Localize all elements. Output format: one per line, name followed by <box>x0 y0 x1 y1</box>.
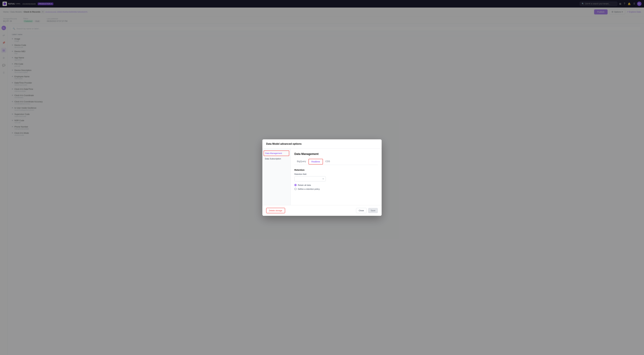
retention-radio-group: Retain all data Define a retention polic… <box>294 184 378 190</box>
data-management-label: Data Management <box>265 152 282 154</box>
radio-dot-filled <box>294 184 296 186</box>
modal-content-title: Data Management <box>294 152 378 156</box>
sidebar-item-data-management[interactable]: Data Management <box>264 150 289 156</box>
retention-title: Retention <box>294 169 378 171</box>
tab-realtime[interactable]: Realtime <box>308 159 323 164</box>
retain-all-label: Retain all data <box>298 184 311 186</box>
modal-sidebar: Data Management Data Subscription <box>262 148 290 205</box>
retention-field-label: Retention field <box>294 173 378 175</box>
define-policy-label: Define a retention policy <box>298 188 320 190</box>
chevron-down-icon: ▾ <box>323 178 324 180</box>
tab-cds[interactable]: CDS <box>323 159 333 165</box>
data-subscription-label: Data Subscription <box>265 158 281 160</box>
modal-footer: Delete storage Close Save <box>262 205 382 216</box>
save-button[interactable]: Save <box>368 208 378 213</box>
sidebar-item-data-subscription[interactable]: Data Subscription <box>262 156 290 162</box>
modal-title: Data Model advanced options <box>266 142 378 145</box>
modal: Data Model advanced options Data Managem… <box>262 139 382 216</box>
modal-tabs: BigQuery Realtime CDS <box>294 159 378 165</box>
delete-storage-button[interactable]: Delete storage <box>266 208 285 213</box>
radio-define-policy[interactable]: Define a retention policy <box>294 188 378 190</box>
close-button[interactable]: Close <box>356 208 366 213</box>
modal-overlay[interactable]: Data Model advanced options Data Managem… <box>0 0 644 355</box>
modal-header: Data Model advanced options <box>262 139 382 148</box>
retention-field-select[interactable]: ▾ <box>294 176 326 182</box>
retention-section: Retention Retention field ▾ Retain all d… <box>294 169 378 190</box>
radio-dot-empty <box>294 188 296 190</box>
modal-body: Data Management Data Subscription Data M… <box>262 148 382 205</box>
modal-main-content: Data Management BigQuery Realtime CDS Re… <box>290 148 382 205</box>
footer-right: Close Save <box>356 208 378 213</box>
tab-bigquery[interactable]: BigQuery <box>294 159 308 165</box>
radio-retain-all[interactable]: Retain all data <box>294 184 378 186</box>
